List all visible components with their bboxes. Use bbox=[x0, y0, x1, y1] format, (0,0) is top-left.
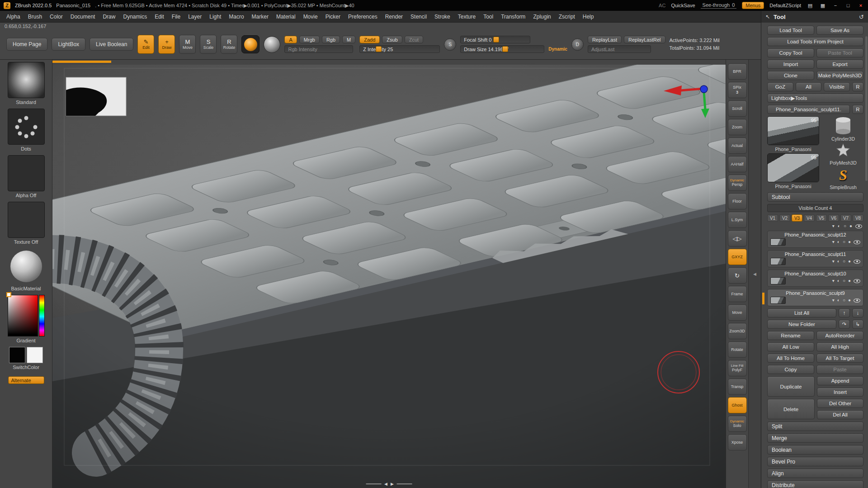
color-a-button[interactable]: A bbox=[284, 36, 297, 43]
menu-file[interactable]: File bbox=[172, 14, 180, 20]
scroll-left-icon[interactable]: ◀ bbox=[384, 482, 387, 486]
scale-mode-button[interactable]: S Scale bbox=[200, 35, 217, 54]
polypaint-icon[interactable]: ◐ bbox=[837, 279, 840, 283]
tab-v7[interactable]: V7 bbox=[840, 214, 851, 222]
dynamic-mode-toggle[interactable]: Dynamic bbox=[548, 47, 567, 52]
material-selector[interactable] bbox=[8, 248, 45, 284]
import-button[interactable]: Import bbox=[767, 60, 814, 69]
menu-render[interactable]: Render bbox=[385, 14, 403, 20]
menu-texture[interactable]: Texture bbox=[458, 14, 476, 20]
current-color-swatch[interactable] bbox=[6, 292, 11, 297]
spin-icon[interactable]: ↻ bbox=[728, 267, 747, 284]
menu-zplugin[interactable]: Zplugin bbox=[533, 14, 551, 20]
append-button[interactable]: Append bbox=[817, 376, 863, 385]
rgb-intensity-slider[interactable]: Rgb Intensity bbox=[284, 45, 353, 53]
all-low-button[interactable]: All Low bbox=[767, 342, 814, 351]
polypaint-icon[interactable]: ◐ bbox=[837, 259, 840, 264]
subtool-item-sculpt11[interactable]: Phone_Panasonic_sculpt11 ▾ ◐ ○ ● bbox=[767, 250, 863, 267]
subtool-down-icon[interactable]: ↓ bbox=[852, 308, 863, 317]
polypaint-icon[interactable]: ◐ bbox=[837, 298, 840, 303]
menu-stroke[interactable]: Stroke bbox=[434, 14, 450, 20]
current-material-button[interactable] bbox=[264, 36, 280, 53]
frame-button[interactable]: Frame bbox=[728, 286, 747, 302]
chevron-down-icon[interactable]: ▾ bbox=[832, 298, 835, 303]
viewport-canvas[interactable]: ◀ ▶ bbox=[52, 65, 726, 488]
polypaint-icon[interactable]: ◐ bbox=[837, 240, 840, 244]
goz-button[interactable]: GoZ bbox=[767, 82, 793, 91]
subtool-item-sculpt10[interactable]: Phone_Panasonic_sculpt10 ▾ ◐ ○ ● bbox=[767, 270, 863, 287]
xpose-button[interactable]: Xpose bbox=[728, 434, 747, 450]
tab-v1[interactable]: V1 bbox=[767, 214, 778, 222]
tab-v2[interactable]: V2 bbox=[779, 214, 790, 222]
uv-icon[interactable]: ○ bbox=[843, 259, 845, 264]
menu-movie[interactable]: Movie bbox=[303, 14, 318, 20]
hue-strip[interactable] bbox=[39, 295, 45, 336]
subtool-up-icon[interactable]: ↑ bbox=[839, 308, 850, 317]
subtool-section-header[interactable]: Subtool bbox=[767, 192, 863, 202]
paste-subtool-button[interactable]: Paste bbox=[816, 365, 863, 374]
lightbox-divider[interactable] bbox=[52, 61, 111, 63]
tab-v3[interactable]: V3 bbox=[792, 214, 802, 222]
polymesh3d-star-icon[interactable] bbox=[835, 142, 852, 159]
save-as-button[interactable]: Save As bbox=[816, 26, 863, 35]
menu-marker[interactable]: Marker bbox=[252, 14, 269, 20]
visibility-eye-icon[interactable] bbox=[854, 298, 860, 303]
scroll-right-icon[interactable]: ▶ bbox=[391, 482, 394, 486]
spix-button[interactable]: SPix3 bbox=[728, 82, 747, 98]
split-section-header[interactable]: Split bbox=[767, 422, 863, 431]
copy-tool-button[interactable]: Copy Tool bbox=[767, 48, 814, 57]
menu-brush[interactable]: Brush bbox=[28, 14, 42, 20]
panel-divider[interactable]: ◀ bbox=[748, 60, 761, 488]
delete-button[interactable]: Delete bbox=[767, 399, 815, 419]
maximize-icon[interactable]: □ bbox=[844, 3, 852, 8]
local-symmetry-icon[interactable]: ◁▷ bbox=[728, 230, 747, 246]
menu-zscript[interactable]: Zscript bbox=[559, 14, 575, 20]
all-to-home-button[interactable]: All To Home bbox=[767, 354, 814, 363]
goz-all-button[interactable]: All bbox=[796, 82, 822, 91]
rotate3d-button[interactable]: Rotate bbox=[728, 341, 747, 358]
focal-shift-handle[interactable] bbox=[493, 37, 499, 43]
lsym-button[interactable]: L.Sym bbox=[728, 212, 747, 228]
menu-picker[interactable]: Picker bbox=[326, 14, 340, 20]
load-tools-from-project-button[interactable]: Load Tools From Project bbox=[767, 37, 863, 46]
edit-mode-button[interactable]: ✎ Edit bbox=[137, 35, 154, 54]
transp-button[interactable]: Transp bbox=[728, 379, 747, 395]
zoom-button[interactable]: Zoom bbox=[728, 119, 747, 135]
bpr-button[interactable]: BPR bbox=[728, 63, 747, 80]
menus-button[interactable]: Menus bbox=[742, 2, 764, 9]
auto-reorder-button[interactable]: AutoReorder bbox=[816, 331, 863, 340]
tool-thumb-phone-2[interactable]: 95 bbox=[767, 153, 819, 182]
scroll-button[interactable]: Scroll bbox=[728, 100, 747, 117]
primary-color-swatch[interactable] bbox=[9, 347, 25, 363]
replay-last-rel-button[interactable]: ReplayLastRel bbox=[624, 36, 665, 43]
menu-color[interactable]: Color bbox=[50, 14, 63, 20]
live-boolean-button[interactable]: Live Boolean bbox=[90, 38, 133, 51]
zcut-button[interactable]: Zcut bbox=[405, 36, 423, 43]
palette-cursor-icon[interactable]: ↖ bbox=[765, 14, 770, 20]
canvas-scrollbar[interactable]: ◀ ▶ bbox=[366, 482, 412, 486]
visible-count-slider[interactable]: Visible Count 4 bbox=[767, 204, 863, 212]
lightbox-button[interactable]: LightBox bbox=[52, 38, 85, 51]
tab-v8[interactable]: V8 bbox=[853, 214, 863, 222]
menu-light[interactable]: Light bbox=[209, 14, 221, 20]
mrgb-button[interactable]: Mrgb bbox=[299, 36, 320, 43]
aahalf-button[interactable]: AAHalf bbox=[728, 156, 747, 172]
uv-icon[interactable]: ○ bbox=[843, 298, 845, 303]
move-into-folder-icon[interactable]: ↳ bbox=[852, 320, 863, 329]
close-icon[interactable]: × bbox=[857, 3, 864, 8]
zadd-button[interactable]: Zadd bbox=[359, 36, 380, 43]
boolean-section-header[interactable]: Boolean bbox=[767, 445, 863, 455]
displacement-all-icon[interactable]: ● bbox=[849, 224, 852, 228]
duplicate-button[interactable]: Duplicate bbox=[767, 376, 815, 397]
uv-icon[interactable]: ○ bbox=[843, 279, 845, 283]
focal-shift-slider[interactable]: Focal Shift 0 bbox=[460, 36, 530, 43]
alpha-selector[interactable] bbox=[8, 155, 45, 191]
menu-stencil[interactable]: Stencil bbox=[410, 14, 427, 20]
uv-icon[interactable]: ○ bbox=[843, 240, 845, 244]
all-to-target-button[interactable]: All To Target bbox=[816, 354, 863, 363]
lightbox-tools-button[interactable]: Lightbox▶Tools bbox=[767, 94, 863, 103]
layout-grid-icon[interactable]: ▦ bbox=[819, 3, 826, 9]
color-picker[interactable] bbox=[8, 295, 45, 336]
adjust-last-slider[interactable]: AdjustLast bbox=[588, 45, 651, 53]
move-out-folder-icon[interactable]: ↷ bbox=[839, 320, 850, 329]
